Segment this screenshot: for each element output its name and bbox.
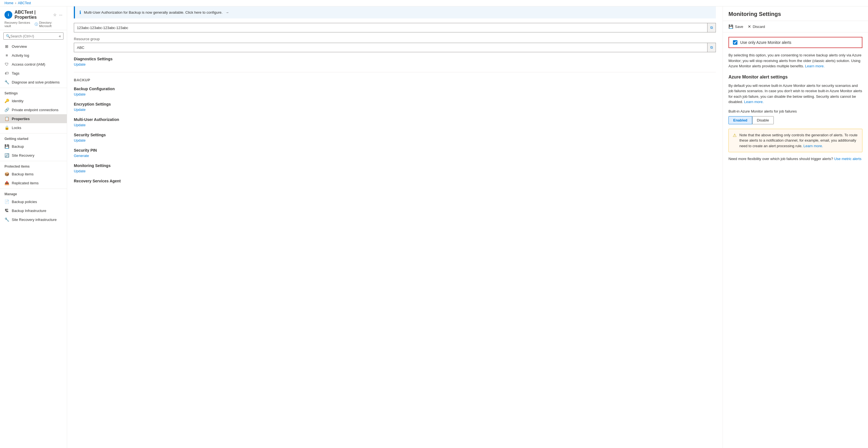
description-learn-more-link[interactable]: Learn more.	[805, 64, 825, 68]
breadcrumb-separator: ›	[15, 1, 16, 5]
getting-started-section-label: Getting started	[0, 133, 67, 142]
sidebar-navigation: ⊞ Overview ≡ Activity log 🛡 Access contr…	[0, 42, 67, 448]
sidebar-item-site-recovery-label: Site Recovery	[12, 153, 34, 158]
policies-icon: 📄	[4, 199, 9, 204]
recovery-services-agent-title: Recovery Services Agent	[74, 179, 716, 183]
backup-section-title: BACKUP	[74, 78, 716, 82]
favorite-star-icon[interactable]: ☆	[53, 12, 57, 17]
warning-learn-more-link[interactable]: Learn more.	[803, 144, 823, 148]
sidebar-header: i ABCTest | Properties ☆ ··· Recovery Se…	[0, 6, 67, 30]
security-settings-section: Security Settings Update	[74, 133, 716, 142]
sidebar-item-activity-log[interactable]: ≡ Activity log	[0, 51, 67, 60]
disable-toggle-button[interactable]: Disable	[752, 116, 774, 124]
sidebar-item-locks-label: Locks	[12, 126, 21, 130]
shield-icon: 🛡	[4, 62, 9, 66]
breadcrumb-current[interactable]: ABCTest	[18, 1, 31, 5]
alert-settings-learn-more-link[interactable]: Learn more.	[744, 100, 764, 104]
sidebar-item-private-endpoint-label: Private endpoint connections	[12, 108, 58, 112]
copy-resource-group-button[interactable]: ⧉	[707, 43, 716, 52]
backup-configuration-update-link[interactable]: Update	[74, 92, 86, 96]
discard-button[interactable]: ✕ Discard	[748, 23, 765, 30]
diagnostics-update-link[interactable]: Update	[74, 62, 86, 66]
encryption-settings-update-link[interactable]: Update	[74, 107, 86, 112]
save-button[interactable]: 💾 Save	[728, 23, 743, 30]
azure-monitor-checkbox[interactable]	[733, 40, 737, 45]
sidebar-item-site-recovery[interactable]: 🔄 Site Recovery	[0, 151, 67, 160]
sidebar-item-private-endpoint[interactable]: 🔗 Private endpoint connections	[0, 105, 67, 114]
warning-text: Note that the above setting only control…	[739, 132, 858, 149]
security-settings-update-link[interactable]: Update	[74, 138, 86, 142]
link-icon: 🔗	[4, 107, 9, 112]
sidebar-item-backup-policies[interactable]: 📄 Backup policies	[0, 197, 67, 206]
enabled-toggle-button[interactable]: Enabled	[728, 116, 752, 124]
sidebar-item-access-control-label: Access control (IAM)	[12, 62, 45, 66]
use-metric-alerts-link[interactable]: Use metric alerts	[834, 157, 862, 161]
sidebar-item-identity-label: Identity	[12, 99, 24, 103]
resource-group-field: Resource group ⧉	[74, 37, 716, 52]
sidebar-item-tags-label: Tags	[12, 71, 19, 75]
sidebar-item-site-recovery-infrastructure-label: Site Recovery infrastructure	[12, 217, 57, 222]
warning-icon: ⚠	[733, 133, 737, 149]
sidebar-item-properties[interactable]: 📋 Properties	[0, 114, 67, 123]
wrench-icon: 🔧	[4, 80, 9, 84]
encryption-settings-section: Encryption Settings Update	[74, 102, 716, 112]
sidebar-item-diagnose[interactable]: 🔧 Diagnose and solve problems	[0, 78, 67, 87]
key-icon: 🔑	[4, 99, 9, 103]
monitoring-toolbar: 💾 Save ✕ Discard	[723, 21, 868, 32]
manage-section-label: Manage	[0, 188, 67, 197]
sidebar-item-access-control[interactable]: 🛡 Access control (IAM)	[0, 60, 67, 69]
sidebar-item-overview-label: Overview	[12, 44, 27, 48]
breadcrumb-home[interactable]: Home	[4, 1, 13, 5]
sidebar-item-overview[interactable]: ⊞ Overview	[0, 42, 67, 51]
protected-items-section-label: Protected items	[0, 161, 67, 170]
sidebar-item-tags[interactable]: 🏷 Tags	[0, 69, 67, 78]
resource-group-label: Resource group	[74, 37, 716, 41]
sidebar-item-site-recovery-infrastructure[interactable]: 🔧 Site Recovery infrastructure	[0, 215, 67, 224]
sidebar-item-backup-label: Backup	[12, 144, 24, 148]
grid-icon: ⊞	[4, 44, 9, 48]
sidebar-item-backup-items[interactable]: 📦 Backup items	[0, 170, 67, 178]
properties-body: ⧉ Resource group ⧉ Diagnostics Settings …	[67, 23, 722, 196]
resource-group-input[interactable]	[74, 43, 705, 52]
multi-user-auth-title: Multi-User Authorization	[74, 117, 716, 122]
sidebar-item-identity[interactable]: 🔑 Identity	[0, 96, 67, 105]
sidebar-item-locks[interactable]: 🔒 Locks	[0, 123, 67, 132]
site-recovery-infra-icon: 🔧	[4, 217, 9, 222]
site-recovery-icon: 🔄	[4, 153, 9, 158]
sidebar: i ABCTest | Properties ☆ ··· Recovery Se…	[0, 6, 67, 448]
azure-monitor-settings-title: Azure Monitor alert settings	[728, 75, 862, 79]
infrastructure-icon: 🏗	[4, 208, 9, 213]
flexibility-text: Need more flexibility over which job fai…	[728, 157, 862, 161]
monitoring-settings-update-link[interactable]: Update	[74, 169, 86, 173]
security-pin-generate-link[interactable]: Generate	[74, 153, 89, 158]
azure-monitor-checkbox-container: Use only Azure Monitor alerts	[728, 37, 862, 48]
sidebar-item-backup[interactable]: 💾 Backup	[0, 142, 67, 151]
sidebar-item-diagnose-label: Diagnose and solve problems	[12, 80, 60, 84]
sidebar-item-properties-label: Properties	[12, 117, 30, 121]
resource-id-input[interactable]	[74, 24, 705, 32]
sidebar-item-replicated-items[interactable]: 📤 Replicated items	[0, 178, 67, 187]
list-icon: ≡	[4, 53, 9, 58]
info-banner[interactable]: ℹ Multi-User Authorization for Backup is…	[74, 6, 716, 19]
save-icon: 💾	[728, 24, 733, 29]
built-in-label: Built-in Azure Monitor alerts for job fa…	[728, 109, 862, 113]
monitoring-panel-header: Monitoring Settings	[723, 6, 868, 21]
multi-user-auth-update-link[interactable]: Update	[74, 123, 86, 127]
sidebar-item-backup-items-label: Backup items	[12, 172, 34, 176]
sidebar-vault-icon: i	[4, 11, 12, 19]
encryption-settings-title: Encryption Settings	[74, 102, 716, 106]
monitoring-body: Use only Azure Monitor alerts By selecti…	[723, 32, 868, 165]
main-content: ℹ Multi-User Authorization for Backup is…	[67, 6, 868, 448]
collapse-sidebar-button[interactable]: «	[59, 34, 61, 38]
search-box: 🔍 «	[3, 32, 63, 40]
info-icon: ⓘ	[35, 22, 38, 27]
more-options-icon[interactable]: ···	[59, 12, 62, 17]
security-pin-section: Security PIN Generate	[74, 148, 716, 158]
copy-resource-id-button[interactable]: ⧉	[707, 23, 716, 32]
sidebar-item-backup-infrastructure[interactable]: 🏗 Backup Infrastructure	[0, 206, 67, 215]
monitoring-panel-title: Monitoring Settings	[728, 11, 862, 17]
azure-monitor-checkbox-label[interactable]: Use only Azure Monitor alerts	[740, 40, 792, 45]
job-failures-toggle-group: Enabled Disable	[728, 116, 862, 124]
discard-icon: ✕	[748, 24, 751, 29]
search-input[interactable]	[10, 34, 59, 38]
